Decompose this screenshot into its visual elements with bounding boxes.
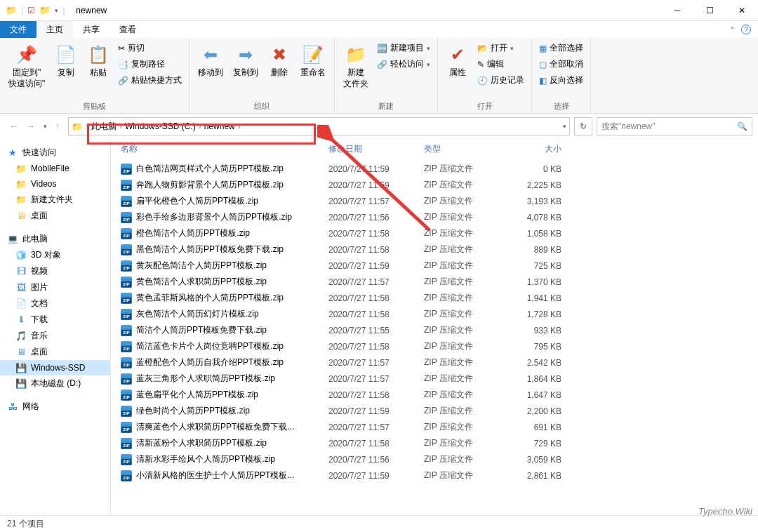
sidebar-item[interactable]: 📁Videos — [0, 176, 110, 192]
cut-button[interactable]: ✂剪切 — [115, 41, 185, 55]
maximize-button[interactable]: ☐ — [693, 0, 726, 21]
moveto-button[interactable]: ⬅移动到 — [194, 41, 227, 81]
chevron-right-icon[interactable]: › — [83, 121, 91, 131]
search-input[interactable]: 搜索"newnew" 🔍 — [597, 117, 752, 135]
zip-icon — [121, 422, 132, 433]
table-row[interactable]: 黑色简洁个人简历PPT模板免费下载.zip2020/7/27 11:58ZIP … — [111, 241, 758, 258]
addressbar[interactable]: 📁 › 此电脑 › Windows-SSD (C:) › newnew › ▾ — [68, 117, 570, 135]
table-row[interactable]: 蓝橙配色个人简历自我介绍PPT模板.zip2020/7/27 11:57ZIP … — [111, 354, 758, 371]
rename-icon: 📝 — [302, 44, 324, 66]
forward-button[interactable]: → — [27, 121, 35, 131]
back-button[interactable]: ← — [10, 121, 18, 131]
breadcrumb-drive[interactable]: Windows-SSD (C:) — [125, 121, 196, 131]
table-row[interactable]: 简洁个人简历PPT模板免费下载.zip2020/7/27 11:55ZIP 压缩… — [111, 322, 758, 338]
history-button[interactable]: 🕘历史记录 — [474, 73, 527, 88]
col-type[interactable]: 类型 — [424, 143, 510, 155]
zip-icon — [121, 357, 132, 368]
tab-share[interactable]: 共享 — [73, 21, 109, 38]
sidebar-item-label: 桌面 — [31, 210, 48, 222]
table-row[interactable]: 蓝色扁平化个人简历PPT模板.zip2020/7/27 11:58ZIP 压缩文… — [111, 387, 758, 403]
chevron-right-icon[interactable]: › — [196, 121, 204, 131]
table-row[interactable]: 奔跑人物剪影背景个人简历PPT模板.zip2020/7/27 11:59ZIP … — [111, 177, 758, 193]
close-button[interactable]: ✕ — [726, 0, 758, 21]
sidebar-thispc[interactable]: 💻此电脑 — [0, 231, 110, 247]
sidebar-item[interactable]: 📁MobileFile — [0, 161, 110, 176]
sidebar-item[interactable]: 💾Windows-SSD — [0, 360, 110, 375]
sidebar-quickaccess[interactable]: ★快速访问 — [0, 145, 110, 161]
table-row[interactable]: 黄色简洁个人求职简历PPT模板.zip2020/7/27 11:57ZIP 压缩… — [111, 274, 758, 290]
pasteshortcut-button[interactable]: 🔗粘贴快捷方式 — [115, 73, 185, 88]
col-date[interactable]: 修改日期 — [328, 143, 424, 155]
table-row[interactable]: 绿色时尚个人简历PPT模板.zip2020/7/27 11:59ZIP 压缩文件… — [111, 403, 758, 419]
properties-button[interactable]: ✔属性 — [442, 41, 473, 81]
table-row[interactable]: 白色简洁网页样式个人简历PPT模板.zip2020/7/27 11:59ZIP … — [111, 161, 758, 177]
checkbox-icon[interactable]: ☑ — [27, 6, 35, 15]
tab-view[interactable]: 查看 — [109, 21, 146, 38]
search-icon: 🔍 — [737, 121, 747, 131]
minimize-button[interactable]: ─ — [661, 0, 693, 21]
file-date: 2020/7/27 11:57 — [328, 277, 424, 287]
sidebar-item[interactable]: 🧊3D 对象 — [0, 247, 110, 263]
delete-icon: ✖ — [268, 44, 291, 66]
newitem-icon: 🆕 — [377, 44, 387, 53]
sidebar-item[interactable]: 🎞视频 — [0, 263, 110, 279]
table-row[interactable]: 扁平化橙色个人简历PPT模板.zip2020/7/27 11:57ZIP 压缩文… — [111, 193, 758, 209]
copyto-button[interactable]: ➡复制到 — [229, 41, 262, 81]
table-row[interactable]: 小清新风格的医生护士个人简历PPT模板...2020/7/27 11:59ZIP… — [111, 467, 758, 484]
tab-file[interactable]: 文件 — [0, 21, 36, 38]
history-dropdown[interactable]: ▾ — [44, 123, 47, 130]
sidebar-item[interactable]: 🖥桌面 — [0, 208, 110, 224]
table-row[interactable]: 清新水彩手绘风个人简历PPT模板.zip2020/7/27 11:56ZIP 压… — [111, 451, 758, 467]
paste-button[interactable]: 📋粘贴 — [83, 41, 114, 81]
table-row[interactable]: 黄色孟菲斯风格的个人简历PPT模板.zip2020/7/27 11:58ZIP … — [111, 290, 758, 306]
chevron-right-icon[interactable]: › — [117, 121, 125, 131]
table-row[interactable]: 橙色简洁个人简历PPT模板.zip2020/7/27 11:58ZIP 压缩文件… — [111, 225, 758, 241]
invert-button[interactable]: ◧反向选择 — [536, 73, 586, 88]
sidebar-item[interactable]: 📄文档 — [0, 295, 110, 312]
file-type: ZIP 压缩文件 — [424, 324, 510, 336]
copypath-button[interactable]: 📑复制路径 — [115, 57, 185, 72]
chevron-down-icon[interactable]: ▾ — [563, 123, 566, 130]
chevron-down-icon[interactable]: ▾ — [55, 7, 58, 14]
sidebar-item[interactable]: 🖥桌面 — [0, 344, 110, 360]
breadcrumb-folder[interactable]: newnew — [204, 121, 235, 131]
breadcrumb-thispc[interactable]: 此电脑 — [91, 121, 117, 133]
delete-button[interactable]: ✖删除 — [264, 41, 295, 81]
sidebar-network[interactable]: 🖧网络 — [0, 399, 110, 415]
newfolder-button[interactable]: 📁新建 文件夹 — [339, 41, 373, 92]
sidebar-item[interactable]: 💾本地磁盘 (D:) — [0, 375, 110, 392]
file-size: 691 KB — [510, 423, 561, 432]
open-button[interactable]: 📂打开▾ — [474, 41, 527, 55]
table-row[interactable]: 简洁蓝色卡片个人岗位竞聘PPT模板.zip2020/7/27 11:58ZIP … — [111, 338, 758, 354]
table-row[interactable]: 彩色手绘多边形背景个人简历PPT模板.zip2020/7/27 11:56ZIP… — [111, 209, 758, 225]
table-row[interactable]: 蓝灰三角形个人求职简历PPT模板.zip2020/7/27 11:57ZIP 压… — [111, 371, 758, 387]
rename-button[interactable]: 📝重命名 — [296, 41, 330, 81]
edit-button[interactable]: ✎编辑 — [474, 57, 527, 72]
newitem-button[interactable]: 🆕新建项目▾ — [374, 41, 433, 55]
tab-home[interactable]: 主页 — [36, 21, 73, 38]
selectnone-icon: ▢ — [539, 60, 547, 69]
sidebar-item[interactable]: 🎵音乐 — [0, 328, 110, 344]
table-row[interactable]: 黄灰配色简洁个人简历PPT模板.zip2020/7/27 11:59ZIP 压缩… — [111, 258, 758, 274]
col-size[interactable]: 大小 — [510, 143, 561, 155]
selectall-button[interactable]: ▦全部选择 — [536, 41, 586, 55]
easyaccess-button[interactable]: 🔗轻松访问▾ — [374, 57, 433, 72]
sidebar-item[interactable]: 📁新建文件夹 — [0, 192, 110, 208]
sidebar-item[interactable]: 🖼图片 — [0, 279, 110, 295]
col-name[interactable]: 名称 — [121, 143, 328, 155]
table-row[interactable]: 清新蓝粉个人求职简历PPT模板.zip2020/7/27 11:58ZIP 压缩… — [111, 435, 758, 451]
table-row[interactable]: 清爽蓝色个人求职简历PPT模板免费下载...2020/7/27 11:57ZIP… — [111, 419, 758, 435]
file-date: 2020/7/27 11:56 — [328, 213, 424, 222]
sidebar-item[interactable]: ⬇下载 — [0, 312, 110, 328]
chevron-right-icon[interactable]: › — [235, 121, 244, 131]
table-row[interactable]: 灰色简洁个人简历幻灯片模板.zip2020/7/27 11:58ZIP 压缩文件… — [111, 306, 758, 322]
file-size: 725 KB — [510, 261, 561, 271]
up-button[interactable]: ↑ — [55, 121, 60, 131]
pin-quickaccess-button[interactable]: 📌固定到" 快速访问" — [4, 41, 49, 92]
copy-button[interactable]: 📄复制 — [51, 41, 81, 81]
selectnone-button[interactable]: ▢全部取消 — [536, 57, 586, 72]
sidebar-item-label: Windows-SSD — [31, 363, 85, 373]
refresh-button[interactable]: ↻ — [574, 117, 592, 135]
collapse-ribbon-icon[interactable]: ˄ — [731, 26, 734, 34]
help-icon[interactable]: ? — [741, 25, 751, 34]
